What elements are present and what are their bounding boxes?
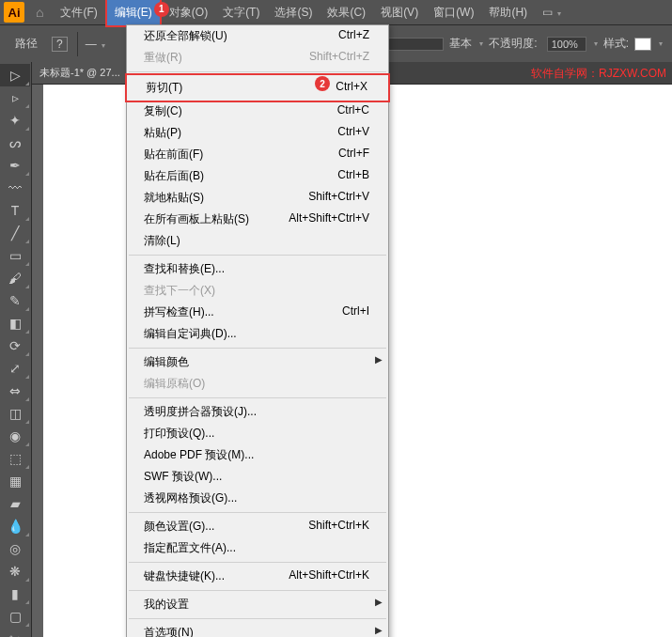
column-graph-tool[interactable]: ▮ <box>0 583 30 605</box>
menu-item-label: SWF 预设(W)... <box>144 469 222 485</box>
menu-item-adobepdfm[interactable]: Adobe PDF 预设(M)... <box>127 444 388 466</box>
magic-wand-tool[interactable]: ✦ <box>0 109 30 132</box>
menu-item-p[interactable]: 粘贴(P)Ctrl+V <box>127 122 388 144</box>
menu-item-label: 复制(C) <box>144 103 182 119</box>
menu-effect[interactable]: 效果(C) <box>320 0 373 25</box>
stroke-dash-icon[interactable]: — ▾ <box>86 38 105 51</box>
toolbar: ▷ ▹ ✦ ᔕ ✒ 〰 T ╱ ▭ 🖌 ✎ ◧ ⟳ ⤢ ⇔ ◫ ◉ ⬚ ▦ ▰ … <box>0 62 32 637</box>
selection-tool[interactable]: ▷ <box>0 64 30 86</box>
edit-dropdown-menu: 还原全部解锁(U)Ctrl+Z重做(R)Shift+Ctrl+Z剪切(T)Ctr… <box>126 24 389 637</box>
type-tool[interactable]: T <box>0 199 30 222</box>
menu-item-label: 贴在后面(B) <box>144 168 204 184</box>
menu-item-c[interactable]: 复制(C)Ctrl+C <box>127 101 388 122</box>
direct-selection-tool[interactable]: ▹ <box>0 86 30 109</box>
curvature-tool[interactable]: 〰 <box>0 177 30 199</box>
width-tool[interactable]: ⇔ <box>0 380 30 402</box>
menu-help[interactable]: 帮助(H) <box>481 0 535 25</box>
blend-tool[interactable]: ◎ <box>0 537 30 560</box>
menu-item-label: 键盘快捷键(K)... <box>144 568 225 584</box>
menu-item-label: 编辑自定词典(D)... <box>144 326 237 342</box>
menu-item-j[interactable]: 透明度拼合器预设(J)... <box>127 401 388 423</box>
menu-item-d[interactable]: 编辑自定词典(D)... <box>127 323 388 345</box>
home-icon[interactable]: ⌂ <box>36 5 43 20</box>
menu-item-shortcut: Shift+Ctrl+Z <box>309 50 369 66</box>
watermark-text: 软件自学网：RJZXW.COM <box>531 66 666 82</box>
gradient-tool[interactable]: ▰ <box>0 492 30 515</box>
submenu-arrow-icon: ▶ <box>375 354 383 365</box>
menu-select[interactable]: 选择(S) <box>267 0 320 25</box>
menu-item-shortcut: Ctrl+X <box>336 80 367 96</box>
menu-item-[interactable]: 我的设置▶ <box>127 594 388 615</box>
submenu-arrow-icon: ▶ <box>375 625 383 635</box>
pen-tool[interactable]: ✒ <box>0 154 30 177</box>
menu-item-swfw[interactable]: SWF 预设(W)... <box>127 466 388 488</box>
style-swatch[interactable] <box>634 38 651 51</box>
paintbrush-tool[interactable]: 🖌 <box>0 267 30 289</box>
menu-item-a[interactable]: 指定配置文件(A)... <box>127 537 388 559</box>
pencil-tool[interactable]: ✎ <box>0 289 30 312</box>
annotation-marker-2: 2 <box>315 76 330 91</box>
menu-item-label: 查找下一个(X) <box>144 283 215 299</box>
menu-item-b[interactable]: 贴在后面(B)Ctrl+B <box>127 165 388 187</box>
menu-item-label: Adobe PDF 预设(M)... <box>144 447 254 463</box>
lasso-tool[interactable]: ᔕ <box>0 132 30 154</box>
opacity-input[interactable]: 100% <box>547 37 586 52</box>
menu-item-s[interactable]: 在所有画板上粘贴(S)Alt+Shift+Ctrl+V <box>127 209 388 230</box>
menu-separator <box>129 397 386 398</box>
menu-item-l[interactable]: 清除(L) <box>127 230 388 252</box>
opacity-label: 不透明度: <box>489 36 537 52</box>
menu-separator <box>129 512 386 513</box>
mesh-tool[interactable]: ▦ <box>0 470 30 492</box>
scale-tool[interactable]: ⤢ <box>0 357 30 380</box>
line-tool[interactable]: ╱ <box>0 222 30 244</box>
menu-type[interactable]: 文字(T) <box>215 0 267 25</box>
rectangle-tool[interactable]: ▭ <box>0 244 30 267</box>
app-logo: Ai <box>4 2 24 23</box>
symbol-sprayer-tool[interactable]: ❋ <box>0 560 30 583</box>
artboard-tool[interactable]: ▢ <box>0 605 30 628</box>
menu-item-h[interactable]: 拼写检查(H)...Ctrl+I <box>127 302 388 323</box>
menu-item-x: 查找下一个(X) <box>127 280 388 302</box>
menu-item-f[interactable]: 贴在前面(F)Ctrl+F <box>127 144 388 165</box>
document-tab[interactable]: 未标题-1* @ 27... <box>32 62 128 84</box>
menu-item-label: 查找和替换(E)... <box>144 261 225 277</box>
menu-view[interactable]: 视图(V) <box>373 0 426 25</box>
basic-label: 基本 <box>449 36 472 52</box>
menu-item-label: 在所有画板上粘贴(S) <box>144 211 249 227</box>
shape-builder-tool[interactable]: ◉ <box>0 425 30 447</box>
menu-item-k[interactable]: 键盘快捷键(K)...Alt+Shift+Ctrl+K <box>127 566 388 587</box>
menu-separator <box>129 255 386 256</box>
menu-item-shortcut: Alt+Shift+Ctrl+K <box>289 568 369 584</box>
menu-item-label: 清除(L) <box>144 233 180 249</box>
menu-item-shortcut: Ctrl+F <box>338 147 369 163</box>
menu-item-s[interactable]: 就地粘贴(S)Shift+Ctrl+V <box>127 187 388 209</box>
eyedropper-tool[interactable]: 💧 <box>0 515 30 537</box>
rotate-tool[interactable]: ⟳ <box>0 334 30 357</box>
free-transform-tool[interactable]: ◫ <box>0 402 30 425</box>
eraser-tool[interactable]: ◧ <box>0 312 30 334</box>
menu-item-t[interactable]: 剪切(T)Ctrl+X2 <box>125 73 390 102</box>
menu-item-shortcut: Shift+Ctrl+K <box>308 519 369 535</box>
menu-edit[interactable]: 编辑(E) 1 <box>105 0 162 27</box>
menu-item-label: 打印预设(Q)... <box>144 426 214 442</box>
menu-item-label: 编辑颜色 <box>144 354 189 370</box>
menu-separator <box>129 618 386 619</box>
menu-window[interactable]: 窗口(W) <box>426 0 481 25</box>
menu-item-shortcut: Ctrl+B <box>337 168 369 184</box>
menu-file[interactable]: 文件(F) <box>53 0 104 25</box>
slice-tool[interactable]: ✂ <box>0 628 30 637</box>
menu-item-label: 贴在前面(F) <box>144 147 203 163</box>
help-icon[interactable]: ? <box>52 37 68 52</box>
perspective-tool[interactable]: ⬚ <box>0 447 30 470</box>
menu-item-g[interactable]: 颜色设置(G)...Shift+Ctrl+K <box>127 516 388 537</box>
menu-separator <box>129 348 386 349</box>
menu-item-u[interactable]: 还原全部解锁(U)Ctrl+Z <box>127 25 388 47</box>
menu-edit-label: 编辑(E) <box>115 6 152 19</box>
menu-arrange-icon[interactable]: ▭ ▾ <box>535 1 569 23</box>
menu-item-q[interactable]: 打印预设(Q)... <box>127 423 388 444</box>
menu-item-e[interactable]: 查找和替换(E)... <box>127 258 388 280</box>
menu-item-[interactable]: 编辑颜色▶ <box>127 351 388 373</box>
menu-object[interactable]: 对象(O) <box>162 0 215 25</box>
menu-item-n[interactable]: 首选项(N)▶ <box>127 622 388 637</box>
menu-item-g[interactable]: 透视网格预设(G)... <box>127 488 388 509</box>
